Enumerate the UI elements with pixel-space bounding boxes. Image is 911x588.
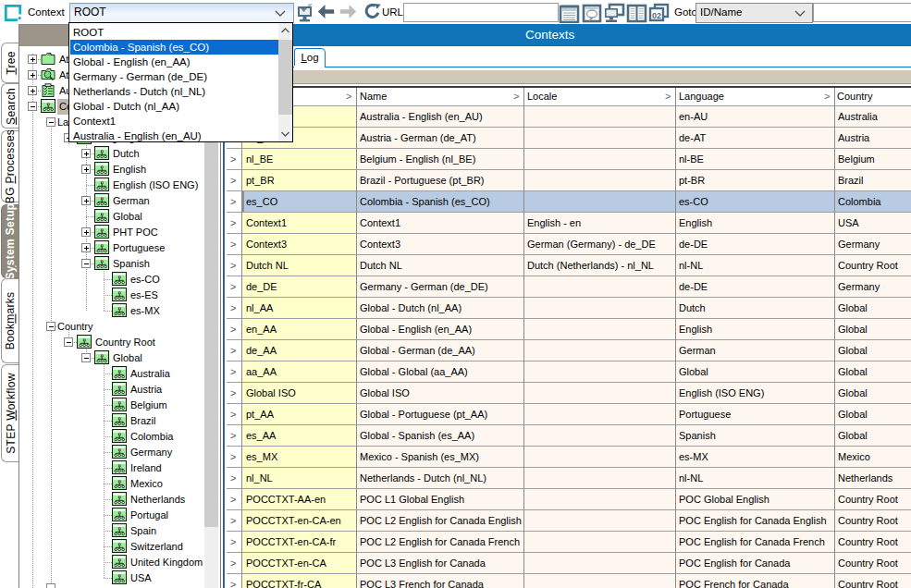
svg-text:02: 02 (652, 11, 661, 20)
